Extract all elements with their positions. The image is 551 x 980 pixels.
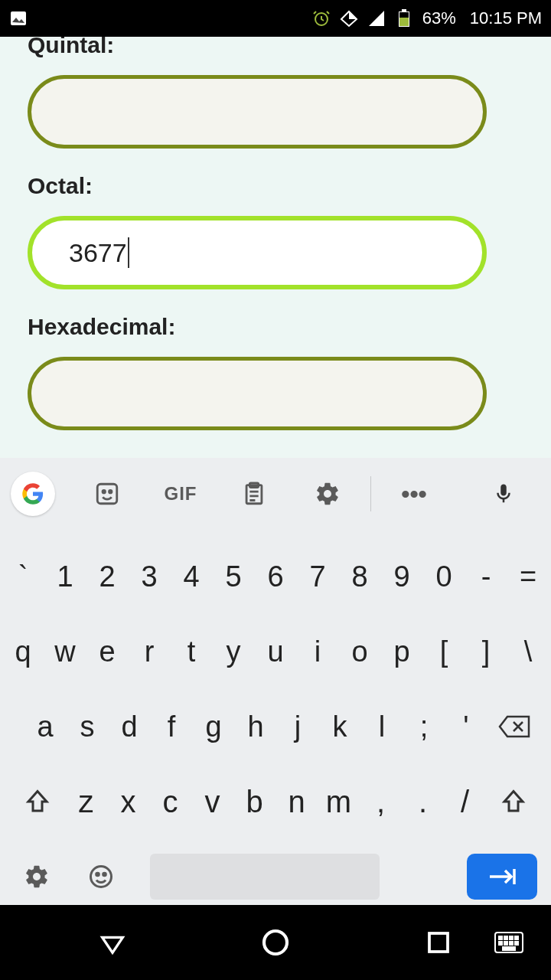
svg-rect-5 — [399, 18, 409, 26]
wifi-icon — [340, 9, 358, 28]
key-quote[interactable]: ' — [445, 692, 487, 761]
svg-rect-6 — [97, 484, 117, 504]
recent-button[interactable] — [419, 923, 458, 962]
sticker-icon[interactable] — [70, 469, 144, 518]
quintal-label: Quintal: — [28, 37, 523, 58]
key-bracket-left[interactable]: [ — [423, 617, 465, 686]
key-z[interactable]: z — [65, 767, 107, 836]
svg-rect-22 — [504, 942, 507, 945]
keyboard-toolbar: GIF ••• — [0, 458, 551, 530]
key-x[interactable]: x — [107, 767, 149, 836]
key-e[interactable]: e — [86, 617, 129, 686]
svg-point-14 — [264, 931, 287, 954]
key-3[interactable]: 3 — [129, 542, 171, 611]
key-i[interactable]: i — [297, 617, 339, 686]
battery-icon — [395, 9, 413, 28]
key-backslash[interactable]: \ — [507, 617, 549, 686]
shift-key-left[interactable] — [10, 767, 65, 836]
svg-rect-23 — [510, 942, 513, 945]
image-icon — [9, 9, 28, 28]
svg-rect-15 — [429, 933, 448, 952]
key-semicolon[interactable]: ; — [403, 692, 445, 761]
key-v[interactable]: v — [191, 767, 233, 836]
key-0[interactable]: 0 — [423, 542, 465, 611]
key-y[interactable]: y — [213, 617, 255, 686]
keyboard-row-2: q w e r t y u i o p [ ] \ — [0, 614, 551, 689]
key-c[interactable]: c — [149, 767, 191, 836]
svg-point-13 — [103, 873, 106, 876]
key-f[interactable]: f — [151, 692, 193, 761]
key-bracket-right[interactable]: ] — [465, 617, 507, 686]
key-o[interactable]: o — [339, 617, 381, 686]
svg-rect-20 — [515, 936, 518, 939]
key-backtick[interactable]: ` — [2, 542, 44, 611]
key-m[interactable]: m — [318, 767, 360, 836]
svg-rect-3 — [402, 9, 406, 11]
enter-key[interactable] — [467, 854, 537, 900]
svg-rect-17 — [499, 936, 502, 939]
toolbar-separator — [370, 476, 371, 511]
key-t[interactable]: t — [171, 617, 213, 686]
google-icon[interactable] — [11, 472, 55, 516]
key-j[interactable]: j — [277, 692, 319, 761]
key-equals[interactable]: = — [507, 542, 549, 611]
key-p[interactable]: p — [381, 617, 423, 686]
navigation-bar — [0, 905, 551, 980]
key-q[interactable]: q — [2, 617, 44, 686]
battery-text: 63% — [422, 8, 456, 28]
hex-label: Hexadecimal: — [28, 314, 523, 340]
signal-icon — [367, 9, 386, 28]
key-b[interactable]: b — [233, 767, 276, 836]
key-slash[interactable]: / — [444, 767, 486, 836]
clipboard-icon[interactable] — [217, 469, 291, 518]
key-period[interactable]: . — [402, 767, 444, 836]
settings-icon[interactable] — [291, 469, 364, 518]
svg-point-8 — [109, 490, 112, 492]
key-g[interactable]: g — [193, 692, 235, 761]
svg-rect-0 — [11, 11, 26, 25]
key-a[interactable]: a — [24, 692, 67, 761]
key-2[interactable]: 2 — [86, 542, 129, 611]
keyboard-settings-icon[interactable] — [14, 842, 60, 911]
key-minus[interactable]: - — [465, 542, 507, 611]
key-6[interactable]: 6 — [255, 542, 297, 611]
key-w[interactable]: w — [44, 617, 86, 686]
octal-input[interactable]: 3677 — [28, 216, 487, 289]
clock-text: 10:15 PM — [470, 8, 542, 28]
key-l[interactable]: l — [361, 692, 403, 761]
key-k[interactable]: k — [319, 692, 361, 761]
key-s[interactable]: s — [67, 692, 109, 761]
key-comma[interactable]: , — [360, 767, 402, 836]
backspace-key[interactable] — [487, 692, 543, 761]
mic-icon[interactable] — [467, 469, 540, 518]
app-content: Quintal: Octal: 3677 Hexadecimal: — [0, 37, 551, 458]
shift-key-right[interactable] — [486, 767, 541, 836]
gif-button[interactable]: GIF — [144, 469, 217, 518]
svg-point-12 — [96, 873, 99, 876]
svg-rect-24 — [515, 942, 518, 945]
hex-input[interactable] — [28, 357, 487, 430]
key-r[interactable]: r — [129, 617, 171, 686]
svg-point-7 — [103, 490, 105, 492]
svg-rect-21 — [499, 942, 502, 945]
keyboard-bottom-row — [0, 839, 551, 914]
key-5[interactable]: 5 — [213, 542, 255, 611]
keyboard-switch-icon[interactable] — [490, 923, 528, 962]
quintal-input[interactable] — [28, 75, 487, 149]
key-9[interactable]: 9 — [381, 542, 423, 611]
key-u[interactable]: u — [255, 617, 297, 686]
key-n[interactable]: n — [276, 767, 318, 836]
back-button[interactable] — [93, 923, 132, 962]
emoji-icon[interactable] — [78, 842, 124, 911]
key-1[interactable]: 1 — [44, 542, 86, 611]
key-d[interactable]: d — [109, 692, 151, 761]
key-7[interactable]: 7 — [297, 542, 339, 611]
key-4[interactable]: 4 — [171, 542, 213, 611]
key-h[interactable]: h — [235, 692, 277, 761]
spacebar[interactable] — [150, 854, 380, 900]
home-button[interactable] — [256, 923, 295, 962]
more-icon[interactable]: ••• — [377, 469, 451, 518]
svg-point-11 — [91, 867, 112, 887]
alarm-icon — [312, 9, 331, 28]
key-8[interactable]: 8 — [339, 542, 381, 611]
